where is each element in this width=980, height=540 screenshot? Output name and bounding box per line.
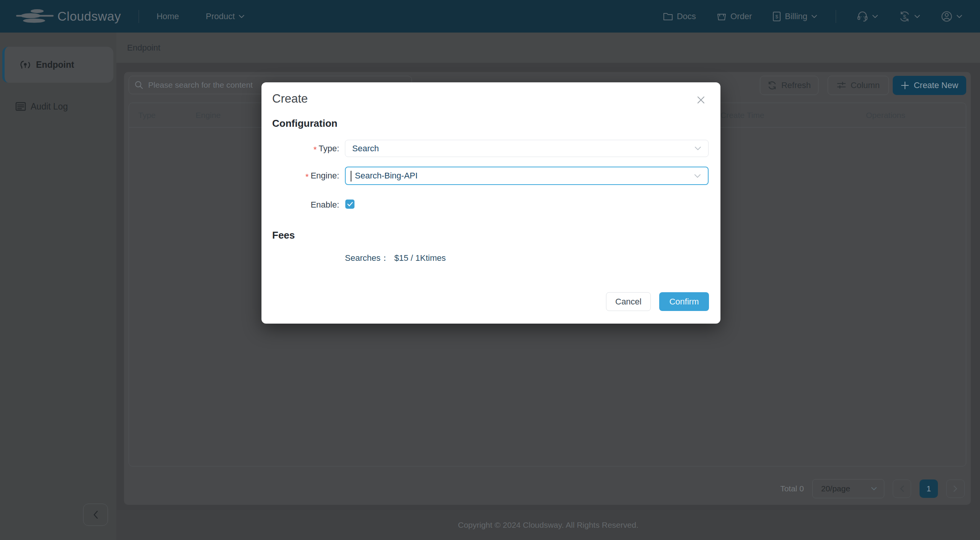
breadcrumb-bar: Endpoint: [116, 33, 980, 63]
column-button[interactable]: Column: [828, 76, 889, 95]
close-icon: [696, 95, 706, 105]
chevron-down-icon: [871, 487, 877, 491]
nav-home[interactable]: Home: [157, 11, 179, 21]
breadcrumb: Endpoint: [127, 43, 160, 53]
prev-page-button[interactable]: [893, 479, 911, 498]
docs-icon: [663, 12, 673, 21]
nav-docs-label: Docs: [677, 11, 696, 21]
page-button-1[interactable]: 1: [920, 479, 938, 498]
nav-divider: [836, 10, 836, 23]
order-icon: [717, 12, 727, 21]
form-row-engine: * Engine: Search-Bing-API: [261, 167, 720, 185]
nav-order[interactable]: Order: [717, 11, 752, 21]
required-mark: *: [314, 142, 317, 155]
nav-product[interactable]: Product: [206, 11, 245, 21]
chevron-down-icon: [872, 15, 878, 18]
chevron-down-icon: [694, 146, 701, 151]
column-label: Column: [851, 80, 880, 90]
top-nav: Cloudsway Home Product Docs Order $ Bill…: [0, 0, 980, 33]
sidebar-item-label: Endpoint: [36, 60, 74, 70]
search-icon: [134, 80, 144, 90]
type-select[interactable]: Search: [345, 140, 709, 157]
copyright-text: Copyright © 2024 Cloudsway. All Rights R…: [458, 520, 638, 530]
nav-order-label: Order: [730, 11, 752, 21]
next-page-button[interactable]: [946, 479, 965, 498]
modal-title: Create: [272, 92, 308, 106]
chevron-down-icon: [694, 174, 701, 178]
column-header-create-time: Create Time: [711, 111, 857, 120]
column-icon: [837, 81, 846, 90]
endpoint-icon: [20, 59, 31, 70]
refresh-icon: [768, 81, 777, 90]
enable-label-text: Enable:: [310, 200, 339, 210]
user-icon: [941, 11, 952, 22]
footer: Copyright © 2024 Cloudsway. All Rights R…: [116, 510, 980, 540]
fees-value: $15 / 1Ktimes: [394, 253, 446, 263]
create-modal: Create Configuration * Type: Search * En…: [261, 82, 720, 324]
create-new-label: Create New: [914, 80, 958, 90]
column-header-type: Type: [129, 111, 186, 120]
nav-billing[interactable]: $ Billing: [773, 11, 817, 21]
chevron-down-icon: [914, 15, 920, 18]
nav-account-menu[interactable]: [941, 11, 962, 22]
section-fees: Fees: [272, 229, 295, 241]
billing-icon: $: [773, 11, 781, 21]
app-window: Cloudsway Home Product Docs Order $ Bill…: [0, 0, 980, 540]
nav-billing-label: Billing: [785, 11, 807, 21]
nav-divider: [139, 10, 139, 23]
engine-label: * Engine:: [261, 167, 339, 185]
text-cursor: [351, 171, 351, 182]
form-row-type: * Type: Search: [261, 140, 720, 157]
engine-select[interactable]: Search-Bing-API: [345, 167, 709, 185]
chevron-down-icon: [956, 15, 962, 18]
cancel-button[interactable]: Cancel: [606, 292, 651, 311]
svg-text:$: $: [776, 14, 779, 20]
sidebar: Endpoint Audit Log: [0, 33, 116, 540]
logo[interactable]: Cloudsway: [16, 8, 121, 25]
check-icon: [347, 202, 353, 206]
nav-currency-menu[interactable]: $: [899, 11, 920, 22]
engine-label-text: Engine:: [310, 171, 339, 181]
logo-text: Cloudsway: [57, 9, 121, 24]
fees-label: Searches：: [345, 253, 389, 263]
nav-support-menu[interactable]: [857, 11, 878, 22]
collapse-left-icon: [93, 511, 98, 519]
audit-log-icon: [15, 102, 26, 111]
refresh-label: Refresh: [781, 80, 811, 90]
engine-select-value: Search-Bing-API: [353, 171, 418, 181]
prev-page-icon: [900, 485, 904, 492]
sidebar-item-label: Audit Log: [31, 101, 68, 112]
cloudsway-logo-icon: [16, 8, 54, 25]
sidebar-item-endpoint[interactable]: Endpoint: [2, 47, 113, 83]
pagination: Total 0 20/page 1: [780, 479, 965, 499]
currency-exchange-icon: $: [899, 11, 910, 22]
create-new-button[interactable]: Create New: [893, 76, 966, 95]
required-mark: *: [305, 170, 309, 182]
nav-product-label: Product: [206, 11, 235, 21]
total-count: Total 0: [780, 484, 804, 493]
sidebar-collapse-button[interactable]: [83, 504, 108, 526]
refresh-button[interactable]: Refresh: [760, 76, 818, 95]
sidebar-item-audit-log[interactable]: Audit Log: [15, 93, 107, 120]
enable-label: Enable:: [261, 200, 339, 210]
enable-checkbox[interactable]: [345, 200, 354, 209]
confirm-button[interactable]: Confirm: [659, 292, 709, 311]
type-label-text: Type:: [318, 144, 339, 154]
form-row-enable: Enable:: [261, 200, 720, 210]
chevron-down-icon: [238, 15, 245, 18]
page-size-value: 20/page: [821, 484, 850, 493]
next-page-icon: [953, 485, 958, 492]
column-header-operations: Operations: [857, 111, 966, 120]
nav-home-label: Home: [157, 11, 179, 21]
page-size-select[interactable]: 20/page: [812, 479, 884, 498]
type-select-value: Search: [352, 144, 379, 154]
plus-icon: [901, 81, 909, 90]
modal-close-button[interactable]: [695, 94, 707, 106]
type-label: * Type:: [261, 140, 339, 157]
svg-text:$: $: [903, 13, 906, 20]
chevron-down-icon: [811, 15, 817, 18]
headset-icon: [857, 11, 868, 22]
fees-line: Searches：$15 / 1Ktimes: [345, 252, 446, 264]
section-configuration: Configuration: [272, 118, 337, 129]
nav-docs[interactable]: Docs: [663, 11, 696, 21]
